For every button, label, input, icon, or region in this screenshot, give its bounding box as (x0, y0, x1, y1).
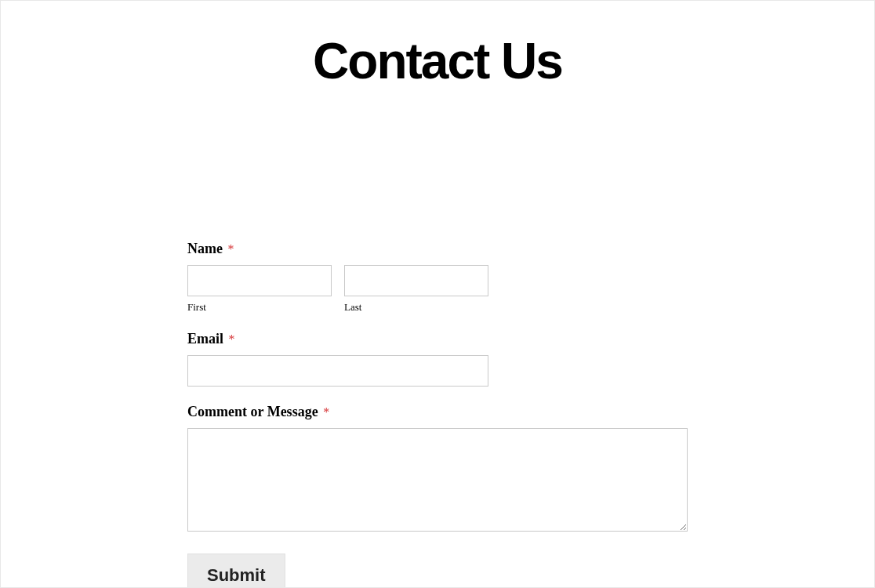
message-textarea[interactable] (187, 428, 688, 532)
first-name-sublabel: First (187, 301, 332, 314)
email-field: Email * (187, 331, 689, 387)
email-label: Email * (187, 331, 689, 347)
first-name-input[interactable] (187, 265, 332, 296)
name-row: First Last (187, 265, 488, 314)
required-marker: * (227, 242, 234, 256)
message-label-text: Comment or Message (187, 404, 318, 419)
last-name-input[interactable] (344, 265, 488, 296)
required-marker: * (229, 332, 235, 346)
first-name-col: First (187, 265, 332, 314)
submit-button[interactable]: Submit (187, 554, 285, 588)
name-label: Name * (187, 241, 689, 257)
required-marker: * (323, 405, 329, 419)
last-name-sublabel: Last (344, 301, 488, 314)
email-input[interactable] (187, 355, 488, 387)
contact-form: Name * First Last Email * Comment or Mes… (187, 241, 689, 588)
email-label-text: Email (187, 331, 223, 347)
message-label: Comment or Message * (187, 404, 689, 420)
last-name-col: Last (344, 265, 488, 314)
name-label-text: Name (187, 241, 223, 256)
page-title: Contact Us (1, 32, 874, 90)
message-field: Comment or Message * (187, 404, 689, 535)
name-field: Name * First Last (187, 241, 689, 314)
